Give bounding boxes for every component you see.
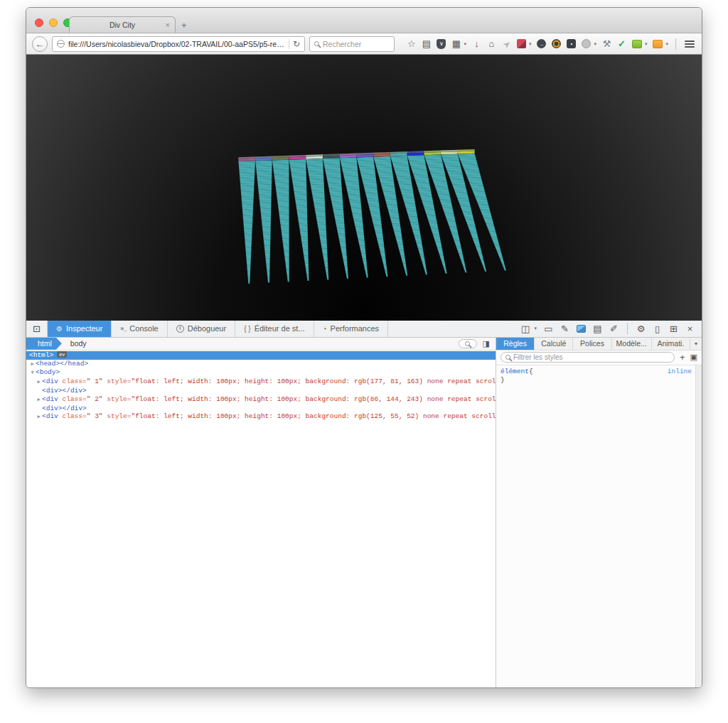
back-button[interactable]: ←: [32, 36, 48, 52]
markup-token: "float: left; width: 100px; height: 100p…: [131, 412, 496, 420]
expand-pane-icon[interactable]: ◨: [483, 339, 490, 348]
lightbulb-extension-icon[interactable]: •: [567, 39, 576, 48]
dock-side-icon[interactable]: ◫: [520, 323, 530, 334]
markup-line[interactable]: <div></div>: [26, 405, 496, 413]
markup-view[interactable]: <html>ev▶<head></head>▼<body>▶<div class…: [26, 350, 496, 687]
paintbrush-icon[interactable]: ✎: [560, 323, 569, 334]
twisty-icon[interactable]: ▶: [36, 396, 42, 405]
brush-extension-icon[interactable]: [517, 39, 526, 48]
rule-origin-link[interactable]: inline: [668, 368, 692, 376]
tab-inspecteur-label: Inspecteur: [66, 324, 102, 333]
markup-line[interactable]: ▼<body>: [26, 368, 496, 377]
reload-icon[interactable]: ↻: [293, 40, 300, 48]
browser-tab[interactable]: Div City ×: [69, 16, 176, 33]
tab-title: Div City: [109, 21, 135, 29]
markup-line[interactable]: ▶<head></head>: [26, 360, 496, 369]
sidebar-scrollbar[interactable]: [695, 365, 702, 687]
tab-console-icon: »_: [120, 325, 126, 332]
markup-line[interactable]: <div></div>: [26, 387, 496, 395]
menu-icon[interactable]: [685, 43, 695, 45]
sidebar-tab-polices[interactable]: Polices: [573, 338, 611, 350]
rule-closing-brace: }: [500, 376, 692, 385]
bookmark-star-icon[interactable]: ☆: [407, 38, 416, 50]
markup-line-selected[interactable]: <html>ev: [26, 351, 496, 360]
close-devtools-icon[interactable]: ×: [685, 323, 695, 334]
sidebar-toggle-icon[interactable]: ▯: [653, 323, 662, 334]
markup-search-button[interactable]: [459, 339, 477, 348]
tab-close-icon[interactable]: ×: [166, 21, 170, 29]
close-window-button[interactable]: [35, 18, 43, 27]
markup-token: <div: [42, 412, 58, 420]
home-icon[interactable]: ⌂: [487, 38, 496, 50]
markup-token: " 2": [87, 395, 103, 403]
markup-line[interactable]: ▶<div class=" 1" style="float: left; wid…: [26, 377, 496, 387]
filter-styles-input[interactable]: Filtrer les styles: [500, 352, 675, 363]
p5-canvas[interactable]: [26, 55, 702, 321]
new-tab-button[interactable]: +: [181, 20, 187, 31]
undock-window-icon[interactable]: ⊞: [669, 323, 678, 334]
sidebar-tab-calcule[interactable]: Calculé: [535, 338, 573, 350]
breadcrumb-html[interactable]: html: [26, 338, 62, 350]
url-bar[interactable]: file:///Users/nicolasbieva/Dropbox/02-TR…: [52, 36, 305, 52]
markup-search-icon: [465, 341, 470, 346]
pseudo-class-panel-icon[interactable]: ▣: [690, 353, 697, 362]
globe-extension-icon-caret[interactable]: ▾: [594, 41, 596, 47]
markup-token: <html>: [29, 351, 53, 359]
markup-line[interactable]: ▶<div class=" 3" style="float: left; wid…: [26, 412, 496, 422]
markup-token: class=: [58, 412, 87, 420]
rules-panel: élément { inline }: [496, 365, 702, 687]
green-box-extension-icon-caret[interactable]: ▾: [645, 41, 648, 47]
site-identity-globe-icon[interactable]: [57, 40, 65, 48]
tab-editeur-de-style[interactable]: { }Éditeur de st...: [235, 321, 314, 337]
twisty-icon[interactable]: ▼: [29, 369, 36, 377]
tab-debogueur-icon: ‖: [176, 325, 184, 333]
markup-token: class=: [58, 395, 87, 403]
breadcrumb-body[interactable]: body: [70, 339, 87, 348]
twisty-icon[interactable]: ▶: [36, 378, 42, 387]
download-icon[interactable]: ↓: [472, 38, 481, 50]
tab-inspecteur[interactable]: ⚙Inspecteur: [48, 321, 112, 337]
3d-view-icon[interactable]: [577, 325, 586, 333]
brush-extension-icon-caret[interactable]: ▾: [529, 41, 532, 47]
devtools-toolbar-icons: ◫▾▭✎▤✐⚙▯⊞×: [520, 321, 702, 337]
scratchpad-icon[interactable]: ▤: [593, 323, 602, 334]
tab-performances[interactable]: ◔Performances: [314, 321, 389, 337]
filter-placeholder: Filtrer les styles: [513, 353, 562, 361]
minimize-window-button[interactable]: [49, 18, 58, 27]
search-input[interactable]: Rechercher: [309, 36, 395, 52]
hammer-extension-icon[interactable]: ⚒: [602, 38, 611, 50]
tab-console[interactable]: »_Console: [112, 321, 167, 337]
pick-element-icon[interactable]: ⊡: [26, 321, 48, 337]
globe-extension-icon[interactable]: [582, 39, 591, 48]
eyedropper-icon[interactable]: ✐: [609, 323, 619, 334]
event-badge[interactable]: ev: [57, 351, 67, 358]
twisty-icon[interactable]: ▶: [36, 413, 42, 422]
markup-token: <body>: [36, 368, 60, 376]
tab-editeur-de-style-label: Éditeur de st...: [255, 324, 305, 333]
print-icon-caret[interactable]: ▾: [464, 41, 466, 47]
sidebar-tab-modele[interactable]: Modèle...: [612, 338, 652, 350]
check-extension-icon[interactable]: ✓: [617, 38, 626, 50]
dock-side-icon-caret[interactable]: ▾: [534, 326, 537, 331]
tab-debogueur[interactable]: ‖Débogueur: [168, 321, 235, 337]
add-rule-button[interactable]: +: [680, 353, 685, 362]
pocket-icon[interactable]: ∨: [437, 39, 446, 49]
orange-box-extension-icon-caret[interactable]: ▾: [665, 41, 668, 47]
sidebar-tab-animations[interactable]: Animati.: [652, 338, 690, 350]
markup-line[interactable]: ▶<div class=" 2" style="float: left; wid…: [26, 395, 496, 405]
sidebar-tabs-overflow-caret[interactable]: ▾: [690, 338, 702, 350]
print-icon[interactable]: ▦: [451, 38, 461, 50]
responsive-mode-icon[interactable]: ▭: [544, 323, 553, 334]
reading-list-icon[interactable]: ▤: [422, 38, 431, 50]
page-viewport: [26, 55, 702, 321]
green-box-extension-icon[interactable]: [632, 40, 642, 48]
url-text[interactable]: file:///Users/nicolasbieva/Dropbox/02-TR…: [68, 40, 285, 48]
chat-extension-icon[interactable]: ‥: [537, 39, 546, 48]
twisty-icon[interactable]: ▶: [29, 360, 36, 369]
orange-box-extension-icon[interactable]: [653, 40, 663, 48]
settings-gear-icon[interactable]: ⚙: [636, 323, 646, 334]
sidebar-tab-regles[interactable]: Règles: [496, 338, 535, 350]
eye-extension-icon[interactable]: [552, 39, 561, 48]
rule-selector[interactable]: élément: [500, 368, 529, 376]
send-tab-icon[interactable]: ➤: [499, 36, 513, 51]
